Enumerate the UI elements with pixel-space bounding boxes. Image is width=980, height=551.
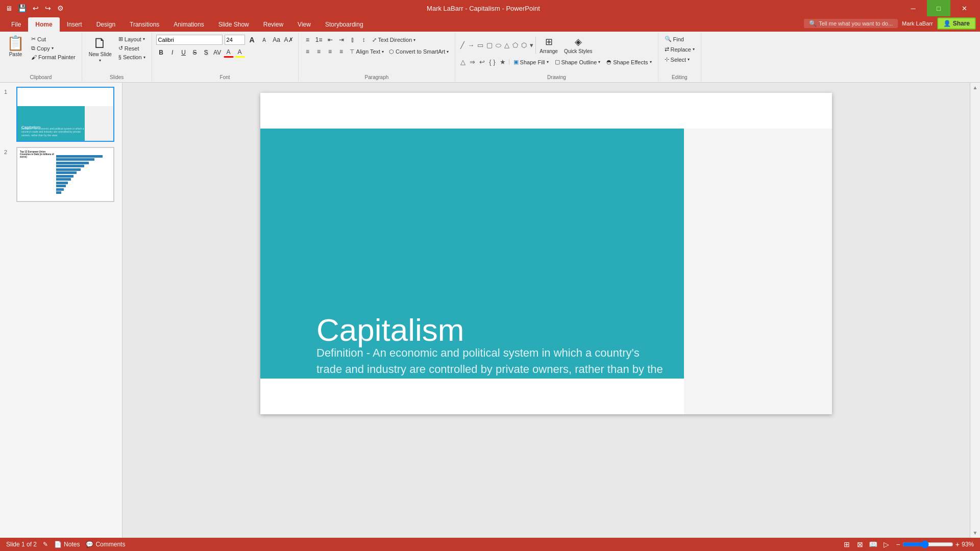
shape-rounded[interactable]: ▢ xyxy=(485,40,494,50)
redo-button[interactable]: ↪ xyxy=(43,3,53,13)
main-layout: 1 Capitalism Definition - An economic an… xyxy=(0,83,980,538)
section-button[interactable]: § Section ▾ xyxy=(116,53,148,61)
shape-arrow[interactable]: → xyxy=(467,40,475,50)
new-slide-icon: 🗋 xyxy=(93,36,107,51)
replace-button[interactable]: ⇄ Replace ▾ xyxy=(663,45,697,54)
copy-button[interactable]: ⧉ Copy ▾ xyxy=(29,44,78,53)
strikethrough-button[interactable]: S xyxy=(190,47,200,58)
change-case-button[interactable]: Aa xyxy=(272,35,282,45)
font-spacing-button[interactable]: AV xyxy=(212,47,223,58)
decrease-indent-button[interactable]: ⇤ xyxy=(325,35,335,45)
normal-view-button[interactable]: ⊞ xyxy=(841,539,852,550)
slide-thumb-2[interactable]: 2 Top 12 European Union Countries in Deb… xyxy=(4,147,118,202)
zoom-slider[interactable] xyxy=(902,540,953,548)
share-button[interactable]: 👤 Share xyxy=(937,17,976,30)
slides-group: 🗋 New Slide ▾ ⊞ Layout ▾ ↺ Reset § Secti… xyxy=(82,33,152,81)
tab-review[interactable]: Review xyxy=(256,17,290,32)
layout-button[interactable]: ⊞ Layout ▾ xyxy=(116,35,148,43)
shape2-arrow[interactable]: ⇒ xyxy=(469,57,476,67)
notes-icon: 📄 xyxy=(54,541,62,548)
slide-sorter-button[interactable]: ⊠ xyxy=(854,539,866,550)
font-name-input[interactable] xyxy=(156,35,223,45)
maximize-button[interactable]: □ xyxy=(927,0,950,16)
shape2-more[interactable]: { } xyxy=(488,57,496,67)
scroll-down-button[interactable]: ▼ xyxy=(973,530,978,536)
format-painter-button[interactable]: 🖌 Format Painter xyxy=(29,53,78,61)
reset-button[interactable]: ↺ Reset xyxy=(116,44,148,53)
zoom-in-button[interactable]: + xyxy=(955,540,960,548)
align-center-button[interactable]: ≡ xyxy=(314,46,324,57)
numbering-button[interactable]: 1≡ xyxy=(314,35,324,45)
tab-design[interactable]: Design xyxy=(89,17,122,32)
drawing-label: Drawing xyxy=(459,73,653,80)
comments-button[interactable]: 💬 Comments xyxy=(86,541,125,548)
new-slide-button[interactable]: 🗋 New Slide ▾ xyxy=(86,35,114,64)
line-spacing-button[interactable]: ↕ xyxy=(359,35,369,45)
columns-button[interactable]: ⫿ xyxy=(348,35,358,45)
highlight-color-button[interactable]: A xyxy=(235,47,245,58)
shape-outline-button[interactable]: ▢ Shape Outline ▾ xyxy=(553,58,603,66)
slide-panel: 1 Capitalism Definition - An economic an… xyxy=(0,83,122,538)
customize-button[interactable]: ⚙ xyxy=(56,3,65,13)
underline-button[interactable]: U xyxy=(179,47,189,58)
shape-pentagon[interactable]: ⬠ xyxy=(511,40,519,50)
undo-button[interactable]: ↩ xyxy=(31,3,40,13)
decrease-font-size-button[interactable]: A xyxy=(259,35,270,45)
tell-me-input[interactable]: 🔍 Tell me what you want to do... xyxy=(804,19,898,28)
tab-slideshow[interactable]: Slide Show xyxy=(211,17,256,32)
align-right-button[interactable]: ≡ xyxy=(325,46,335,57)
title-bar: 🖥 💾 ↩ ↪ ⚙ Mark LaBarr - Capitalism - Pow… xyxy=(0,0,980,16)
clear-format-button[interactable]: A✗ xyxy=(284,35,294,45)
select-button[interactable]: ⊹ Select ▾ xyxy=(663,55,692,64)
shape-hexagon[interactable]: ⬡ xyxy=(520,40,528,50)
reading-view-button[interactable]: 📖 xyxy=(868,539,879,550)
slide-thumbnail-2[interactable]: Top 12 European Union Countries in Debt … xyxy=(16,147,114,202)
zoom-out-button[interactable]: − xyxy=(896,540,900,548)
slide-thumb-1[interactable]: 1 Capitalism Definition - An economic an… xyxy=(4,87,118,142)
shape-oval[interactable]: ⬭ xyxy=(495,40,502,51)
shape-more[interactable]: ▾ xyxy=(529,40,534,50)
paste-button[interactable]: 📋 Paste xyxy=(4,35,27,59)
shape-rect[interactable]: ▭ xyxy=(476,40,484,50)
shape2-curved[interactable]: ↩ xyxy=(478,57,486,67)
increase-font-size-button[interactable]: A xyxy=(247,35,257,45)
minimize-button[interactable]: ─ xyxy=(901,0,925,16)
tab-insert[interactable]: Insert xyxy=(60,17,89,32)
tab-view[interactable]: View xyxy=(290,17,318,32)
slide-title[interactable]: Capitalism xyxy=(316,312,464,348)
align-text-button[interactable]: ⊤ Align Text ▾ xyxy=(348,47,386,56)
tab-file[interactable]: File xyxy=(4,17,28,32)
shape-line[interactable]: ╱ xyxy=(459,40,465,50)
save-button[interactable]: 💾 xyxy=(16,3,28,13)
font-size-input[interactable] xyxy=(225,35,245,45)
shape2-brace[interactable]: ★ xyxy=(499,57,507,67)
justify-button[interactable]: ≡ xyxy=(336,46,347,57)
scroll-up-button[interactable]: ▲ xyxy=(973,85,978,90)
shape-fill-button[interactable]: ▣ Shape Fill ▾ xyxy=(511,58,551,66)
shadow-button[interactable]: S xyxy=(201,47,211,58)
bold-button[interactable]: B xyxy=(156,47,166,58)
shape2-line[interactable]: △ xyxy=(459,57,467,67)
quick-styles-button[interactable]: ◈ Quick Styles xyxy=(561,35,595,56)
tab-transitions[interactable]: Transitions xyxy=(122,17,166,32)
tab-animations[interactable]: Animations xyxy=(166,17,211,32)
notes-button[interactable]: 📄 Notes xyxy=(54,541,80,548)
align-left-button[interactable]: ≡ xyxy=(303,46,313,57)
shape-triangle[interactable]: △ xyxy=(503,40,510,50)
edit-notes-button[interactable]: ✎ xyxy=(43,541,48,548)
shape-effects-button[interactable]: ◓ Shape Effects ▾ xyxy=(604,58,653,66)
arrange-button[interactable]: ⊞ Arrange xyxy=(537,35,560,56)
convert-smartart-button[interactable]: ⬡ Convert to SmartArt ▾ xyxy=(387,47,451,56)
slide-thumbnail-1[interactable]: Capitalism Definition - An economic and … xyxy=(16,87,114,142)
cut-button[interactable]: ✂ Cut xyxy=(29,35,78,43)
tab-home[interactable]: Home xyxy=(28,17,59,32)
slideshow-button[interactable]: ▷ xyxy=(881,539,892,550)
close-button[interactable]: ✕ xyxy=(952,0,976,16)
find-button[interactable]: 🔍 Find xyxy=(663,35,686,43)
bullets-button[interactable]: ≡ xyxy=(303,35,313,45)
tab-storyboarding[interactable]: Storyboarding xyxy=(318,17,371,32)
italic-button[interactable]: I xyxy=(167,47,178,58)
text-direction-button[interactable]: ⤢ Text Direction ▾ xyxy=(370,36,418,44)
increase-indent-button[interactable]: ⇥ xyxy=(336,35,347,45)
font-color-button[interactable]: A xyxy=(224,47,234,58)
